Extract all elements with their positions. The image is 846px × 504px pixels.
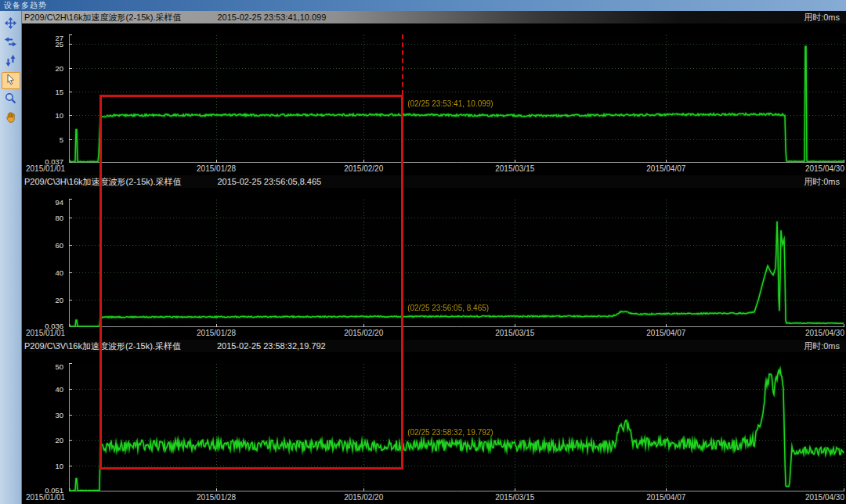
x-axis-labels: 2015/01/012015/01/282015/02/202015/03/15… — [69, 327, 844, 340]
y-tick-label: 40 — [55, 268, 63, 277]
pan-all-directions-button[interactable] — [2, 16, 20, 33]
chart-area-3V: 50403020100.051 (02/25 23:58:32, 19.792) — [22, 352, 846, 491]
cursor-pointer-icon — [5, 74, 16, 88]
panel-header-3H[interactable]: P209/C\3H\16k加速度波形(2-15k).采样值 2015-02-25… — [22, 175, 846, 188]
panel-elapsed-time: 用时:0ms — [804, 340, 840, 352]
zoom-magnifier-icon — [5, 92, 16, 107]
x-axis-labels: 2015/01/012015/01/282015/02/202015/03/15… — [69, 491, 844, 504]
panel-cursor-timestamp: 2015-02-25 23:58:32,19.792 — [217, 341, 326, 351]
y-axis-max-label: 50 — [55, 362, 63, 371]
zoom-button[interactable] — [2, 91, 20, 108]
panel-header-2H[interactable]: P209/C\2H\16k加速度波形(2-15k).采样值 2015-02-25… — [22, 11, 846, 23]
x-tick-label: 2015/03/15 — [495, 164, 534, 173]
y-tick-label: 30 — [55, 410, 63, 419]
x-axis-labels: 2015/01/012015/01/282015/02/202015/03/15… — [69, 163, 844, 175]
pan-all-directions-icon — [5, 17, 16, 32]
x-tick-label: 2015/02/20 — [344, 164, 383, 173]
y-tick-label: 25 — [55, 40, 63, 49]
chart-panels: P209/C\2H\16k加速度波形(2-15k).采样值 2015-02-25… — [22, 11, 846, 504]
x-tick-label: 2015/04/30 — [805, 493, 844, 502]
x-tick-label: 2015/02/20 — [344, 329, 383, 337]
trend-panel-3H: P209/C\3H\16k加速度波形(2-15k).采样值 2015-02-25… — [22, 175, 846, 340]
x-tick-label: 2015/03/15 — [495, 493, 534, 502]
x-tick-label: 2015/01/28 — [197, 164, 236, 173]
hand-pan-button[interactable] — [2, 110, 20, 127]
y-tick-label: 15 — [55, 87, 63, 95]
left-toolbar — [0, 11, 22, 504]
trend-plot-3H[interactable]: (02/25 23:56:05, 8.465) — [69, 199, 844, 327]
panel-title: P209/C\2H\16k加速度波形(2-15k).采样值 — [24, 12, 182, 23]
y-axis-labels: 272520151050.037 — [22, 34, 69, 163]
y-tick-label: 20 — [55, 436, 63, 445]
x-tick-label: 2015/04/30 — [805, 164, 844, 173]
app-window: 设备多趋势 — [0, 0, 846, 504]
y-axis-max-label: 94 — [55, 198, 63, 207]
panel-title: P209/C\3H\16k加速度波形(2-15k).采样值 — [24, 176, 182, 188]
trend-panel-3V: P209/C\3V\16k加速度波形(2-15k).采样值 2015-02-25… — [22, 340, 846, 504]
chart-area-3H: 94806040200.036 (02/25 23:56:05, 8.465) — [22, 188, 846, 327]
y-axis-labels: 94806040200.036 — [22, 199, 69, 327]
x-tick-label: 2015/01/01 — [26, 329, 65, 337]
x-tick-label: 2015/02/20 — [344, 493, 383, 502]
trend-panel-2H: P209/C\2H\16k加速度波形(2-15k).采样值 2015-02-25… — [22, 11, 846, 175]
window-titlebar[interactable]: 设备多趋势 — [0, 0, 846, 11]
x-tick-label: 2015/04/30 — [805, 329, 844, 337]
panel-cursor-timestamp: 2015-02-25 23:53:41,10.099 — [218, 13, 327, 22]
y-tick-label: 20 — [55, 63, 63, 72]
window-body: P209/C\2H\16k加速度波形(2-15k).采样值 2015-02-25… — [0, 11, 846, 504]
trend-plot-2H[interactable]: (02/25 23:53:41, 10.099) — [69, 34, 844, 163]
cursor-value-annotation: (02/25 23:58:32, 19.792) — [407, 428, 494, 437]
y-axis-labels: 50403020100.051 — [22, 363, 69, 491]
chart-area-2H: 272520151050.037 (02/25 23:53:41, 10.099… — [22, 23, 846, 163]
cursor-value-annotation: (02/25 23:56:05, 8.465) — [407, 304, 489, 312]
panel-elapsed-time: 用时:0ms — [804, 176, 840, 188]
y-tick-label: 60 — [55, 241, 63, 250]
x-tick-label: 2015/01/28 — [197, 329, 236, 337]
x-tick-label: 2015/03/15 — [495, 329, 534, 337]
hand-pan-icon — [5, 111, 16, 126]
panel-header-3V[interactable]: P209/C\3V\16k加速度波形(2-15k).采样值 2015-02-25… — [22, 340, 846, 352]
panel-elapsed-time: 用时:0ms — [804, 12, 840, 23]
y-tick-label: 10 — [55, 462, 63, 470]
y-tick-label: 10 — [55, 111, 63, 120]
y-tick-label: 20 — [55, 296, 63, 304]
cursor-select-button[interactable] — [2, 72, 20, 89]
vertical-arrows-icon — [5, 55, 16, 70]
panel-title: P209/C\3V\16k加速度波形(2-15k).采样值 — [24, 340, 181, 352]
panel-cursor-timestamp: 2015-02-25 23:56:05,8.465 — [218, 177, 322, 186]
x-tick-label: 2015/04/07 — [646, 164, 685, 173]
cursor-value-annotation: (02/25 23:53:41, 10.099) — [407, 99, 494, 108]
y-tick-label: 80 — [55, 214, 63, 222]
horizontal-zoom-button[interactable] — [2, 34, 20, 52]
x-tick-label: 2015/04/07 — [646, 329, 685, 337]
x-tick-label: 2015/01/01 — [26, 493, 65, 502]
x-tick-label: 2015/04/07 — [646, 493, 685, 502]
horizontal-arrows-icon — [5, 36, 16, 50]
y-tick-label: 5 — [60, 135, 63, 143]
vertical-zoom-button[interactable] — [2, 53, 20, 70]
y-tick-label: 40 — [55, 384, 63, 393]
x-tick-label: 2015/01/01 — [26, 164, 65, 173]
trend-plot-3V[interactable]: (02/25 23:58:32, 19.792) — [69, 363, 844, 491]
window-title: 设备多趋势 — [4, 1, 47, 9]
x-tick-label: 2015/01/28 — [197, 493, 236, 502]
